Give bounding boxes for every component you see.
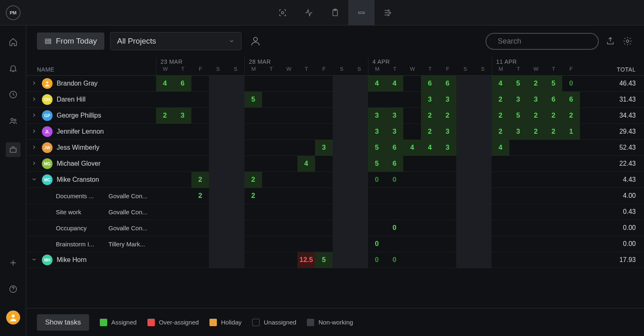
workload-cell[interactable] — [262, 172, 280, 188]
workload-cell[interactable] — [439, 236, 456, 252]
workload-cell[interactable] — [403, 236, 421, 252]
workload-cell[interactable] — [403, 220, 421, 236]
workload-cell[interactable] — [350, 92, 368, 108]
workload-cell[interactable] — [492, 252, 509, 268]
workload-cell[interactable] — [350, 252, 368, 268]
chevron-right-icon[interactable] — [31, 112, 38, 119]
workload-cell[interactable] — [244, 252, 262, 268]
workload-cell[interactable] — [403, 172, 421, 188]
workload-cell[interactable] — [280, 108, 297, 124]
workload-cell[interactable] — [403, 124, 421, 140]
workload-cell[interactable] — [262, 252, 280, 268]
workload-cell[interactable]: 5 — [315, 252, 333, 268]
workload-cell[interactable] — [527, 204, 545, 220]
workload-cell[interactable] — [474, 188, 492, 204]
workload-cell[interactable] — [456, 172, 474, 188]
workload-cell[interactable] — [439, 156, 456, 172]
workload-cell[interactable] — [156, 252, 174, 268]
workload-cell[interactable] — [227, 124, 244, 140]
settings-icon[interactable] — [622, 35, 633, 47]
workload-cell[interactable] — [280, 188, 297, 204]
workload-cell[interactable] — [509, 204, 527, 220]
workload-cell[interactable] — [439, 172, 456, 188]
workload-cell[interactable] — [209, 76, 227, 92]
workload-cell[interactable] — [456, 252, 474, 268]
workload-cell[interactable] — [386, 92, 403, 108]
workload-cell[interactable] — [191, 156, 209, 172]
search-input[interactable] — [498, 37, 593, 46]
workload-cell[interactable]: 2 — [421, 124, 439, 140]
workload-cell[interactable] — [156, 92, 174, 108]
workload-cell[interactable] — [244, 236, 262, 252]
workload-cell[interactable] — [227, 92, 244, 108]
nav-help-icon[interactable] — [8, 284, 18, 294]
workload-cell[interactable] — [297, 236, 315, 252]
workload-cell[interactable] — [562, 156, 580, 172]
workload-cell[interactable]: 6 — [439, 76, 456, 92]
workload-cell[interactable]: 5 — [244, 92, 262, 108]
workload-cell[interactable] — [474, 76, 492, 92]
workload-cell[interactable] — [297, 124, 315, 140]
workload-cell[interactable] — [262, 204, 280, 220]
workload-cell[interactable] — [297, 140, 315, 156]
workload-cell[interactable] — [368, 220, 386, 236]
workload-cell[interactable] — [509, 236, 527, 252]
workload-cell[interactable]: 5 — [368, 140, 386, 156]
workload-cell[interactable] — [509, 140, 527, 156]
workload-cell[interactable]: 6 — [174, 76, 191, 92]
person-filter-icon[interactable] — [250, 35, 261, 47]
workload-cell[interactable] — [527, 172, 545, 188]
workload-cell[interactable] — [333, 220, 350, 236]
workload-cell[interactable]: 0 — [386, 252, 403, 268]
workload-cell[interactable] — [280, 172, 297, 188]
workload-cell[interactable] — [333, 76, 350, 92]
workload-cell[interactable]: 4 — [156, 76, 174, 92]
workload-cell[interactable] — [421, 204, 439, 220]
workload-cell[interactable] — [244, 140, 262, 156]
workload-cell[interactable] — [262, 124, 280, 140]
workload-cell[interactable]: 6 — [545, 92, 562, 108]
workload-cell[interactable] — [280, 236, 297, 252]
workload-cell[interactable] — [156, 124, 174, 140]
workload-cell[interactable]: 3 — [368, 108, 386, 124]
workload-cell[interactable] — [315, 108, 333, 124]
workload-cell[interactable] — [174, 204, 191, 220]
workload-cell[interactable]: 3 — [386, 108, 403, 124]
workload-cell[interactable] — [209, 188, 227, 204]
workload-cell[interactable] — [209, 252, 227, 268]
workload-cell[interactable]: 4 — [421, 140, 439, 156]
workload-cell[interactable] — [527, 252, 545, 268]
workload-cell[interactable] — [262, 188, 280, 204]
workload-cell[interactable] — [333, 172, 350, 188]
workload-cell[interactable] — [545, 188, 562, 204]
workload-cell[interactable] — [333, 252, 350, 268]
workload-cell[interactable] — [474, 140, 492, 156]
workload-cell[interactable]: 3 — [509, 124, 527, 140]
from-today-button[interactable]: From Today — [37, 32, 104, 50]
workload-cell[interactable] — [492, 204, 509, 220]
view-tab-clipboard[interactable] — [322, 0, 348, 25]
workload-cell[interactable]: 2 — [492, 92, 509, 108]
workload-cell[interactable] — [209, 220, 227, 236]
workload-cell[interactable] — [209, 156, 227, 172]
workload-cell[interactable] — [227, 108, 244, 124]
workload-cell[interactable] — [562, 172, 580, 188]
workload-cell[interactable] — [527, 156, 545, 172]
workload-cell[interactable] — [474, 172, 492, 188]
workload-cell[interactable] — [156, 220, 174, 236]
workload-cell[interactable] — [545, 236, 562, 252]
workload-cell[interactable] — [456, 108, 474, 124]
show-tasks-button[interactable]: Show tasks — [37, 314, 89, 331]
workload-cell[interactable] — [280, 156, 297, 172]
user-avatar[interactable] — [6, 311, 20, 324]
workload-cell[interactable] — [350, 204, 368, 220]
workload-cell[interactable] — [456, 204, 474, 220]
workload-cell[interactable] — [156, 156, 174, 172]
workload-cell[interactable] — [350, 236, 368, 252]
workload-cell[interactable]: 2 — [527, 124, 545, 140]
workload-cell[interactable]: 2 — [191, 172, 209, 188]
workload-cell[interactable] — [562, 204, 580, 220]
workload-cell[interactable] — [191, 92, 209, 108]
workload-cell[interactable] — [456, 236, 474, 252]
workload-cell[interactable] — [227, 220, 244, 236]
